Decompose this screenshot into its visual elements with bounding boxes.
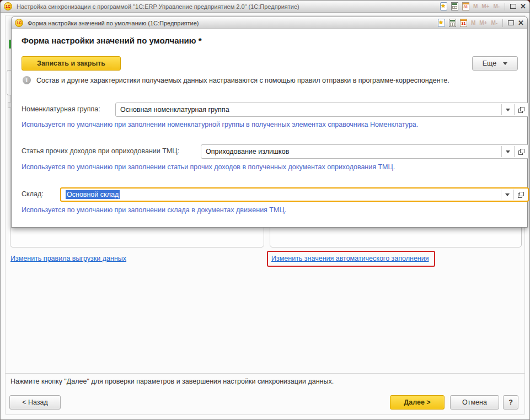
save-and-close-button[interactable]: Записать и закрыть [22, 56, 121, 71]
memory-mplus-button: M+ [479, 20, 487, 26]
warehouse-value-selected: Основной склад [66, 190, 120, 199]
open-item-button[interactable] [515, 103, 528, 116]
info-note: i Состав и другие характеристики получае… [23, 76, 516, 85]
dropdown-button[interactable] [502, 103, 514, 116]
open-window-icon [517, 191, 524, 198]
back-button[interactable]: < Назад [9, 395, 61, 410]
dialog-titlebar: 1С Форма настройки значений по умолчанию… [12, 17, 527, 29]
memory-mminus-button: M- [493, 3, 500, 9]
info-text: Состав и другие характеристики получаемы… [36, 76, 449, 85]
open-item-button[interactable] [514, 189, 528, 201]
chevron-down-icon [505, 193, 510, 196]
other-income-label: Статья прочих доходов при оприходовании … [22, 147, 179, 155]
titlebar-separator [502, 19, 503, 27]
dropdown-button[interactable] [501, 189, 513, 201]
warehouse-hint: Используется по умолчанию при заполнении… [22, 206, 516, 214]
calculator-icon[interactable] [451, 2, 458, 10]
red-highlight-box [267, 251, 435, 267]
memory-mplus-button: M+ [481, 3, 489, 9]
other-income-input[interactable]: Оприходование излишков [201, 144, 529, 159]
chevron-down-icon [506, 109, 510, 111]
dialog-body: Форма настройки значений по умолчанию * … [12, 29, 527, 227]
field-row-other-income: Статья прочих доходов при оприходовании … [22, 144, 518, 159]
calculator-icon[interactable] [449, 19, 456, 27]
close-button[interactable]: ✕ [518, 19, 524, 26]
favorites-icon[interactable]: ★ [438, 19, 445, 27]
favorites-icon[interactable]: ★ [440, 2, 447, 10]
app-logo-icon: 1С [15, 19, 23, 27]
info-icon: i [23, 76, 31, 84]
dialog-heading: Форма настройки значений по умолчанию * [22, 36, 202, 45]
open-item-button[interactable] [515, 145, 528, 158]
help-button[interactable]: ? [503, 395, 518, 410]
titlebar-separator [505, 3, 505, 10]
cancel-button[interactable]: Отмена [450, 395, 499, 410]
footer-separator [6, 373, 524, 374]
main-window-title: Настройка синхронизации с программой "1С… [17, 3, 299, 10]
app-logo-icon: 1С [4, 2, 12, 10]
next-button[interactable]: Далее > [390, 395, 445, 410]
nomenclature-group-value: Основная номенклатурная группа [116, 103, 501, 116]
maximize-button[interactable] [508, 20, 514, 25]
calendar-icon[interactable]: 31 [462, 2, 469, 10]
close-button[interactable]: ✕ [520, 3, 526, 10]
memory-mminus-button: M- [491, 20, 497, 26]
other-income-value: Оприходование излишков [201, 145, 501, 158]
warehouse-input[interactable]: Основной склад [60, 187, 529, 202]
other-income-hint: Используется по умолчанию при заполнении… [22, 163, 516, 171]
change-export-rules-link[interactable]: Изменить правила выгрузки данных [10, 255, 126, 262]
dropdown-button[interactable] [502, 145, 514, 158]
default-values-dialog: 1С Форма настройки значений по умолчанию… [11, 17, 528, 228]
nomenclature-group-label: Номенклатурная группа: [22, 105, 100, 113]
calendar-icon[interactable]: 31 [460, 19, 467, 27]
maximize-button[interactable] [510, 4, 516, 9]
chevron-down-icon [506, 150, 510, 153]
more-button[interactable]: Еще [472, 56, 518, 71]
field-row-nomenclature-group: Номенклатурная группа: Основная номенкла… [22, 103, 518, 117]
memory-m-button: M [473, 3, 478, 9]
more-button-label: Еще [483, 60, 496, 67]
open-window-icon [518, 106, 525, 114]
memory-m-button: M [471, 20, 475, 26]
field-row-warehouse: Склад: Основной склад [22, 187, 518, 202]
warehouse-label: Склад: [22, 190, 44, 198]
nomenclature-group-input[interactable]: Основная номенклатурная группа [115, 103, 529, 117]
chevron-down-icon [503, 62, 507, 65]
open-window-icon [518, 148, 525, 155]
wizard-footer-text: Нажмите кнопку "Далее" для проверки пара… [10, 378, 334, 385]
nomenclature-group-hint: Используется по умолчанию при заполнении… [22, 121, 516, 128]
main-titlebar: 1С Настройка синхронизации с программой … [1, 1, 529, 13]
dialog-window-title: Форма настройки значений по умолчанию (1… [28, 20, 199, 26]
